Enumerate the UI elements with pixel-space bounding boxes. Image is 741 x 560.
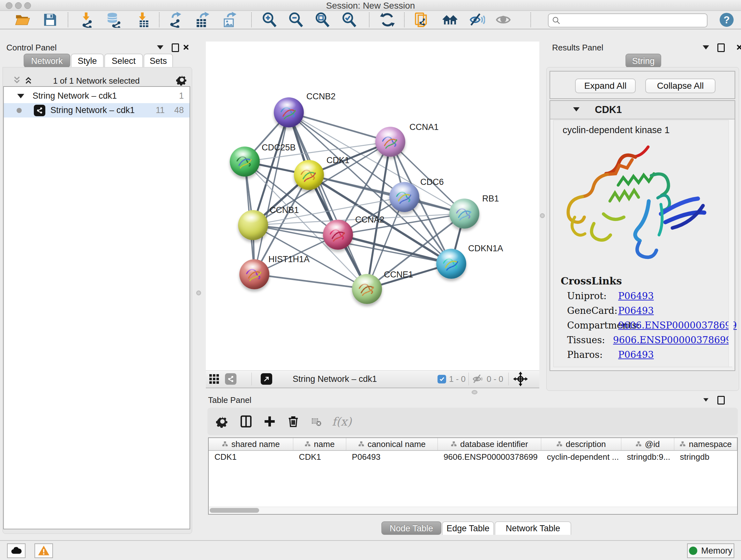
table-row[interactable]: CDK1CDK1P064939606.ENSP00000378699cyclin…: [209, 451, 737, 463]
table-cell[interactable]: CDK1: [209, 451, 293, 463]
memory-button[interactable]: Memory: [687, 543, 734, 558]
table-cell[interactable]: stringdb:9...: [621, 451, 674, 463]
results-panel-close-button[interactable]: [736, 44, 741, 51]
selected-checkbox[interactable]: [437, 372, 446, 386]
column-header--id[interactable]: @id: [621, 438, 674, 450]
export-table-button[interactable]: [193, 11, 212, 28]
protein-collapse-triangle[interactable]: [573, 107, 580, 111]
table-cell[interactable]: CDK1: [293, 451, 346, 463]
crosslink-link[interactable]: P06493: [618, 291, 654, 301]
table-cell[interactable]: cyclin-dependent ...: [541, 451, 621, 463]
network-node-CCNE1[interactable]: [352, 274, 382, 304]
network-collection-row[interactable]: String Network – cdk1 1: [4, 89, 190, 103]
save-session-button[interactable]: [41, 11, 59, 28]
left-splitter-handle[interactable]: [196, 291, 201, 295]
network-node-CCNA2[interactable]: [323, 220, 353, 250]
zoom-selected-button[interactable]: [340, 11, 359, 28]
column-header-database-identifier[interactable]: database identifier: [438, 438, 541, 450]
search-input[interactable]: [548, 13, 708, 27]
network-node-CDC6[interactable]: [389, 182, 419, 212]
table-horizontal-scrollbar[interactable]: [209, 507, 737, 514]
column-header-namespace[interactable]: namespace: [674, 438, 738, 450]
tab-string-results[interactable]: String: [625, 54, 661, 68]
network-node-CDC25B[interactable]: [230, 146, 260, 177]
show-columns-button[interactable]: [237, 412, 255, 431]
tab-node-table[interactable]: Node Table: [381, 521, 441, 535]
network-node-HIST1H1A[interactable]: [239, 259, 269, 289]
table-panel-menu-button[interactable]: [703, 398, 709, 401]
tab-select[interactable]: Select: [105, 54, 143, 68]
help-button[interactable]: ?: [718, 11, 736, 28]
network-node-CDK1[interactable]: [294, 160, 324, 190]
network-edge[interactable]: [254, 112, 289, 274]
sitemap-icon: [635, 441, 642, 447]
function-builder-button[interactable]: f(x): [328, 412, 355, 431]
network-canvas[interactable]: CCNB2CCNA1CDC25BCDK1CDC6RB1CCNB1CCNA2CDK…: [206, 42, 539, 370]
crosslink-link[interactable]: 9606.ENSP00000378699: [618, 320, 737, 331]
grid-view-button[interactable]: [208, 372, 220, 386]
crosslink-link[interactable]: 9606.ENSP00000378699: [613, 334, 732, 346]
delete-table-button[interactable]: [307, 412, 326, 431]
export-network-button[interactable]: [166, 11, 185, 28]
network-node-CCNB2[interactable]: [274, 98, 304, 127]
scrollbar-thumb[interactable]: [210, 508, 259, 513]
hide-glasses-button[interactable]: [468, 11, 486, 28]
zoom-in-button[interactable]: [260, 11, 279, 28]
crosslink-link[interactable]: P06493: [618, 305, 654, 316]
detach-view-button[interactable]: [261, 372, 272, 386]
delete-column-button[interactable]: [284, 412, 302, 431]
column-header-description[interactable]: description: [541, 438, 621, 450]
network-node-CDKN1A[interactable]: [436, 249, 466, 279]
warnings-button[interactable]: [35, 543, 53, 558]
results-panel-menu-button[interactable]: [703, 45, 709, 50]
tab-network[interactable]: Network: [23, 54, 70, 68]
network-row-selected[interactable]: String Network – cdk1 11 48: [4, 103, 190, 118]
control-panel-menu-button[interactable]: [157, 45, 163, 50]
import-network-file-button[interactable]: [77, 11, 96, 28]
tab-network-table[interactable]: Network Table: [495, 521, 571, 535]
results-scrollbar[interactable]: [729, 120, 733, 367]
import-network-database-button[interactable]: [105, 11, 123, 28]
apply-layout-button[interactable]: [378, 11, 397, 28]
column-header-shared-name[interactable]: shared name: [209, 438, 293, 450]
string-documents-button[interactable]: [413, 11, 431, 28]
network-edge[interactable]: [254, 274, 367, 289]
collapse-all-button[interactable]: Collapse All: [645, 78, 716, 93]
table-cell[interactable]: P06493: [346, 451, 438, 463]
create-column-button[interactable]: [260, 412, 279, 431]
hidden-toggle[interactable]: [472, 372, 484, 386]
cloud-status-button[interactable]: [7, 543, 25, 558]
tab-edge-table[interactable]: Edge Table: [442, 521, 494, 535]
expand-all-button[interactable]: Expand All: [575, 78, 636, 93]
home-button[interactable]: [441, 11, 459, 28]
crosslink-link[interactable]: P06493: [618, 349, 654, 360]
open-session-button[interactable]: [13, 11, 32, 28]
birds-eye-view-button[interactable]: [513, 372, 528, 386]
protein-card-header[interactable]: CDK1: [550, 101, 735, 119]
network-selection-status: 1 of 1 Network selected: [0, 76, 193, 86]
column-header-name[interactable]: name: [293, 438, 346, 450]
column-header-canonical-name[interactable]: canonical name: [346, 438, 438, 450]
tab-style[interactable]: Style: [71, 54, 104, 68]
network-options-button[interactable]: [176, 74, 188, 87]
results-panel-float-button[interactable]: [718, 44, 725, 52]
control-panel-float-button[interactable]: [172, 44, 179, 52]
right-splitter-handle[interactable]: [540, 213, 545, 218]
collection-expand-triangle[interactable]: [17, 94, 24, 98]
show-eye-button[interactable]: [494, 11, 513, 28]
export-image-button[interactable]: [220, 11, 239, 28]
network-node-CCNB1[interactable]: [238, 210, 268, 240]
import-table-file-button[interactable]: [133, 11, 151, 28]
network-node-RB1[interactable]: [449, 199, 479, 229]
zoom-out-button[interactable]: [287, 11, 306, 28]
table-cell[interactable]: 9606.ENSP00000378699: [438, 451, 541, 463]
table-panel-float-button[interactable]: [718, 396, 725, 405]
table-options-button[interactable]: [213, 412, 232, 431]
bottom-splitter-handle[interactable]: [472, 390, 477, 394]
tab-sets[interactable]: Sets: [144, 54, 173, 68]
network-node-CCNA1[interactable]: [375, 127, 405, 157]
control-panel-close-button[interactable]: [183, 44, 189, 51]
table-cell[interactable]: stringdb: [674, 451, 737, 463]
view-mode-share-button[interactable]: [225, 372, 237, 386]
fit-content-button[interactable]: [313, 11, 332, 28]
